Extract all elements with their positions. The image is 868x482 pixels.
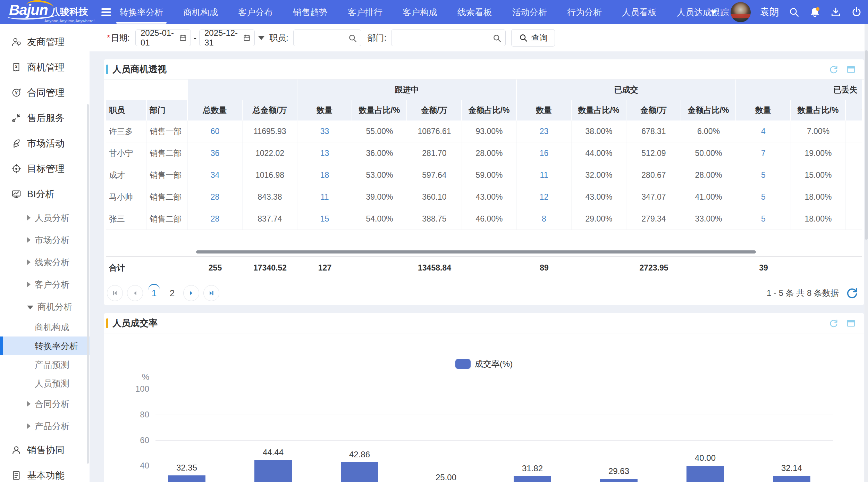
pagination-page-1[interactable]: 1 — [147, 285, 161, 301]
cell-link[interactable]: 5 — [736, 186, 791, 208]
pagination-last-button[interactable] — [203, 285, 219, 301]
panel1-header: 人员商机透视 — [104, 59, 864, 80]
sidebar-item-label: 目标管理 — [27, 163, 65, 175]
sidebar-item-10[interactable]: 线索分析 — [0, 251, 90, 273]
sidebar-item-19[interactable]: 销售协同 — [0, 437, 90, 463]
nav-item-9[interactable]: 行为分析 — [567, 0, 602, 24]
cell-link[interactable]: 28 — [188, 186, 243, 208]
cell-link[interactable]: 8 — [517, 208, 572, 230]
dept-input[interactable] — [391, 30, 505, 46]
chart-legend[interactable]: 成交率(%) — [104, 358, 864, 369]
bell-icon[interactable] — [809, 6, 821, 18]
caret-collapsed-icon — [27, 401, 31, 407]
sidebar-item-17[interactable]: 合同分析 — [0, 393, 90, 415]
cell-link[interactable]: 13 — [297, 142, 352, 164]
nav-item-1[interactable]: 转换率分析 — [120, 0, 163, 24]
nav-more-caret-down-icon[interactable] — [710, 10, 717, 14]
cell-link[interactable]: 36 — [188, 142, 243, 164]
cell: 马小帅 — [106, 186, 147, 208]
sidebar-item-8[interactable]: 人员分析 — [0, 207, 90, 229]
nav-item-5[interactable]: 客户排行 — [348, 0, 382, 24]
pagination-page-2[interactable]: 2 — [165, 285, 179, 301]
date-start-input[interactable]: 2025-01-01 — [135, 30, 191, 46]
sidebar-item-15[interactable]: 产品预测 — [0, 355, 90, 374]
menu-hamburger-icon[interactable] — [101, 8, 111, 16]
panel1-window-icon[interactable] — [846, 64, 856, 75]
panel2-refresh-icon[interactable] — [828, 318, 839, 329]
power-icon[interactable] — [851, 6, 862, 18]
nav-item-7[interactable]: 线索看板 — [457, 0, 492, 24]
staff-search-icon[interactable] — [348, 33, 357, 43]
nav-item-4[interactable]: 销售趋势 — [293, 0, 328, 24]
calendar-icon[interactable] — [243, 33, 251, 43]
horizontal-scrollbar-thumb[interactable] — [196, 250, 756, 254]
sidebar-item-label: 人员分析 — [35, 212, 69, 224]
sidebar-item-16[interactable]: 人员预测 — [0, 374, 90, 393]
nav-item-8[interactable]: 活动分析 — [512, 0, 547, 24]
date-type-caret-down-icon[interactable] — [258, 36, 264, 40]
pagination-first-button[interactable] — [107, 285, 123, 301]
cell-link[interactable]: 11 — [297, 186, 352, 208]
sidebar-scrollbar[interactable] — [87, 104, 89, 464]
query-button-label: 查询 — [531, 32, 548, 43]
sidebar-item-3[interactable]: ¥合同管理 — [0, 80, 90, 105]
cell-link[interactable]: 33 — [297, 120, 352, 142]
sidebar-item-1[interactable]: 友商管理 — [0, 29, 90, 55]
table-totals-row: 合计25517340.5212713458.84892723.95391 — [106, 256, 862, 279]
sidebar-item-7[interactable]: BI分析 — [0, 181, 90, 207]
username[interactable]: 袁朗 — [760, 6, 779, 19]
sidebar-item-5[interactable]: 市场活动 — [0, 131, 90, 156]
sidebar-item-13[interactable]: 商机构成 — [0, 318, 90, 336]
caret-collapsed-icon — [27, 237, 31, 243]
nav-item-10[interactable]: 人员看板 — [622, 0, 657, 24]
sidebar-item-11[interactable]: 客户分析 — [0, 273, 90, 296]
cell-link[interactable]: 60 — [188, 120, 243, 142]
sidebar-item-9[interactable]: 市场分析 — [0, 229, 90, 251]
query-button[interactable]: 查询 — [511, 29, 555, 47]
caret-collapsed-icon — [27, 259, 31, 265]
cell: 55.00% — [352, 120, 407, 142]
panel1-refresh-icon[interactable] — [828, 64, 839, 75]
nav-item-3[interactable]: 客户分布 — [238, 0, 273, 24]
col-header: 数量 — [517, 100, 572, 120]
calendar-icon[interactable] — [179, 33, 187, 43]
sidebar-item-6[interactable]: 目标管理 — [0, 156, 90, 181]
cell-link[interactable]: 4 — [736, 120, 791, 142]
app-logo[interactable]: Bajun 八骏科技 Anyone,Anytime,Anywhere! — [9, 2, 95, 23]
cell-link[interactable]: 34 — [188, 164, 243, 186]
panel2-window-icon[interactable] — [846, 318, 856, 329]
sidebar-item-4[interactable]: 售后服务 — [0, 105, 90, 131]
cell-link[interactable]: 12 — [517, 186, 572, 208]
legend-label: 成交率(%) — [475, 358, 513, 369]
pagination-next-button[interactable] — [183, 285, 199, 301]
date-end-input[interactable]: 2025-12-31 — [199, 30, 255, 46]
table-refresh-icon[interactable] — [845, 286, 859, 300]
sidebar-item-2[interactable]: ¥商机管理 — [0, 55, 90, 80]
sidebar-item-20[interactable]: 基本功能 — [0, 463, 90, 482]
cell-link[interactable]: 23 — [517, 120, 572, 142]
total-cell: 1 — [846, 257, 862, 279]
cell-link[interactable]: 28 — [188, 208, 243, 230]
dept-search-icon[interactable] — [492, 33, 502, 43]
cell-link[interactable]: 15 — [297, 208, 352, 230]
nav-item-2[interactable]: 商机构成 — [183, 0, 218, 24]
sidebar-item-14[interactable]: 转换率分析 — [0, 336, 90, 355]
sidebar-item-18[interactable]: 产品分析 — [0, 415, 90, 437]
cell — [846, 120, 862, 142]
pagination-prev-button[interactable] — [127, 285, 143, 301]
table-group-row: 跟进中已成交已丢失 — [106, 80, 862, 100]
cell-link[interactable]: 18 — [297, 164, 352, 186]
cell-link[interactable]: 11 — [517, 164, 572, 186]
cell-link[interactable]: 5 — [736, 208, 791, 230]
user-avatar[interactable] — [731, 2, 751, 22]
cell-link[interactable]: 7 — [736, 142, 791, 164]
opportunity-table-panel: 人员商机透视 跟进中已成交已丢失职员部门总数量总金额/万数量数量占比/%金额/万… — [104, 59, 864, 305]
cell-link[interactable]: 5 — [736, 164, 791, 186]
cell-link[interactable]: 16 — [517, 142, 572, 164]
search-icon[interactable] — [788, 6, 800, 18]
download-icon[interactable] — [830, 6, 842, 18]
group-header-0 — [106, 80, 188, 100]
sidebar-item-12[interactable]: 商机分析 — [0, 296, 90, 318]
page-scrollbar-thumb[interactable] — [865, 50, 868, 240]
nav-item-6[interactable]: 客户构成 — [403, 0, 437, 24]
